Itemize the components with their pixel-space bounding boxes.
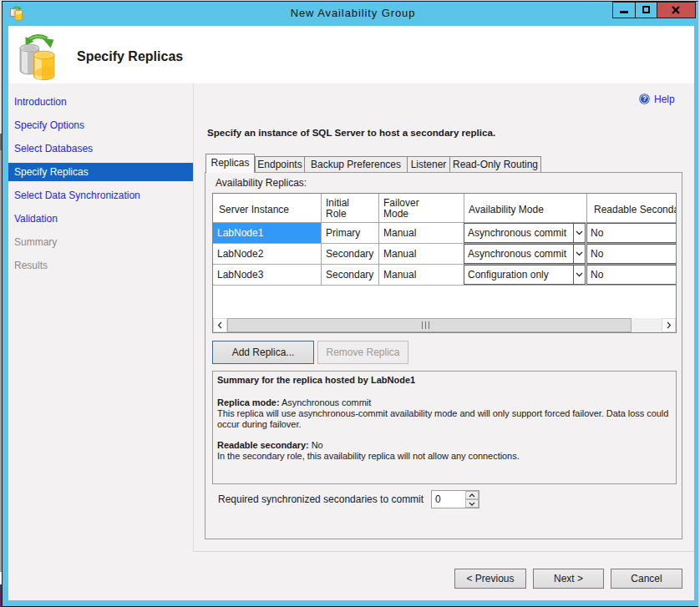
svg-text:?: ? bbox=[642, 94, 647, 103]
